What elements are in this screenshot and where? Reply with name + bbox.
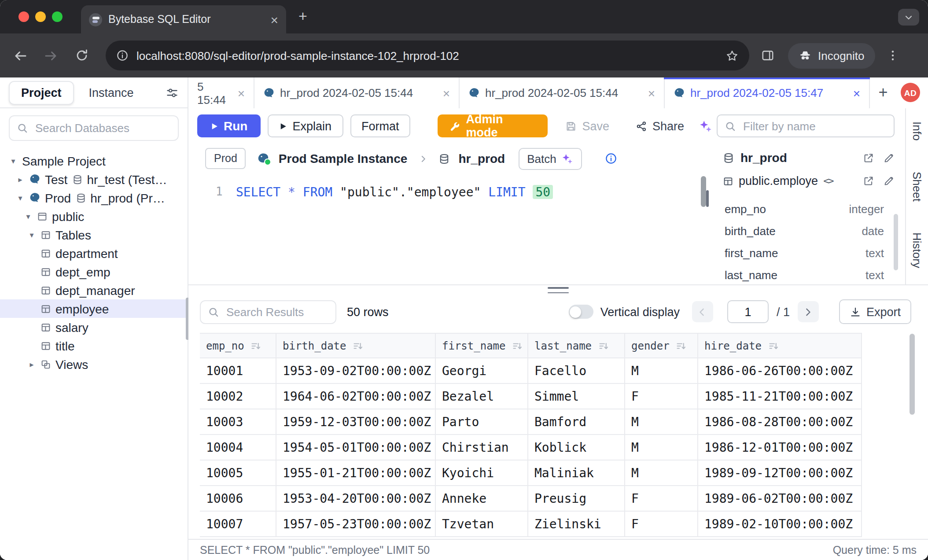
table-cell[interactable]: Zielinski: [528, 512, 625, 536]
table-cell[interactable]: 1989-09-12T00:00:00Z: [698, 461, 862, 485]
tree-item-table-title[interactable]: title: [0, 336, 188, 355]
tree-item-table-dept_manager[interactable]: dept_manager: [0, 281, 188, 299]
table-cell[interactable]: Bezalel: [436, 384, 528, 409]
results-scrollbar[interactable]: [910, 334, 915, 415]
ai-assistant-button[interactable]: [695, 114, 717, 137]
sort-icon[interactable]: [512, 340, 523, 351]
caret-down-icon[interactable]: ▾: [24, 212, 33, 221]
page-number-input[interactable]: [727, 300, 769, 323]
sql-code-line[interactable]: SELECT * FROM "public"."employee" LIMIT …: [236, 183, 553, 201]
macos-close-button[interactable]: [18, 11, 29, 22]
bookmark-star-icon[interactable]: [725, 49, 739, 62]
tree-item-views-group[interactable]: ▸ Views: [0, 355, 188, 373]
table-cell[interactable]: Bamford: [528, 409, 625, 434]
table-cell[interactable]: 1954-05-01T00:00:00Z: [276, 435, 436, 460]
table-cell[interactable]: 1953-04-20T00:00:00Z: [276, 486, 436, 511]
table-cell[interactable]: 10007: [200, 512, 276, 536]
vertical-display-toggle[interactable]: [569, 305, 593, 319]
table-cell[interactable]: Tzvetan: [436, 512, 528, 536]
run-button[interactable]: Run: [197, 114, 261, 137]
url-bar[interactable]: localhost:8080/sql-editor/prod-sample-in…: [106, 41, 749, 70]
table-cell[interactable]: Parto: [436, 409, 528, 434]
column-header-hire_date[interactable]: hire_date: [698, 334, 862, 357]
sort-icon[interactable]: [353, 340, 363, 351]
new-tab-button[interactable]: +: [294, 8, 312, 26]
sql-editor[interactable]: 1 SELECT * FROM "public"."employee" LIMI…: [188, 173, 708, 284]
table-cell[interactable]: 1953-09-02T00:00:00Z: [276, 358, 436, 383]
table-cell[interactable]: Maliniak: [528, 461, 625, 485]
table-cell[interactable]: 1986-12-01T00:00:00Z: [698, 435, 862, 460]
next-page-button[interactable]: [798, 301, 819, 322]
table-cell[interactable]: F: [625, 384, 698, 409]
code-icon[interactable]: <>: [823, 175, 833, 187]
edit-icon[interactable]: [883, 175, 895, 187]
caret-down-icon[interactable]: ▾: [27, 230, 36, 239]
filter-box[interactable]: [717, 114, 895, 137]
results-search-box[interactable]: [200, 300, 336, 324]
user-avatar[interactable]: AD: [901, 83, 920, 102]
close-icon[interactable]: ×: [853, 87, 860, 99]
column-header-emp_no[interactable]: emp_no: [200, 334, 276, 357]
environment-badge[interactable]: Prod: [205, 148, 246, 169]
info-icon[interactable]: [605, 152, 617, 165]
table-cell[interactable]: 10005: [200, 461, 276, 485]
panel-resize-handle[interactable]: [706, 190, 709, 207]
explain-button[interactable]: Explain: [268, 114, 343, 137]
database-name[interactable]: hr_prod: [458, 151, 505, 166]
table-cell[interactable]: 1986-06-26T00:00:00Z: [698, 358, 862, 383]
column-header-birth_date[interactable]: birth_date: [276, 334, 436, 357]
table-cell[interactable]: 1957-05-23T00:00:00Z: [276, 512, 436, 536]
table-cell[interactable]: Kyoichi: [436, 461, 528, 485]
tree-item-table-employee[interactable]: employee: [0, 299, 188, 318]
instance-name[interactable]: Prod Sample Instance: [279, 151, 408, 166]
batch-button[interactable]: Batch: [518, 147, 582, 169]
schema-column-row[interactable]: birth_date date: [715, 220, 905, 242]
table-cell[interactable]: 10002: [200, 384, 276, 409]
schema-column-row[interactable]: first_name text: [715, 242, 905, 264]
forward-button[interactable]: [40, 44, 63, 67]
sort-icon[interactable]: [598, 340, 608, 351]
tree-item-prod-database[interactable]: ▾ Prod hr_prod (Pr…: [0, 188, 188, 207]
close-icon[interactable]: ×: [648, 87, 655, 99]
database-search-input[interactable]: [33, 121, 171, 136]
rail-tab-info[interactable]: Info: [910, 122, 924, 140]
tree-item-test-database[interactable]: ▸ Test hr_test (Test…: [0, 170, 188, 188]
sidebar-settings-button[interactable]: [166, 86, 179, 99]
database-search-box[interactable]: [9, 115, 179, 141]
filter-input[interactable]: [741, 118, 887, 133]
caret-down-icon[interactable]: ▾: [9, 156, 18, 165]
close-icon[interactable]: ×: [443, 87, 450, 99]
table-cell[interactable]: 1986-08-28T00:00:00Z: [698, 409, 862, 434]
side-panel-button[interactable]: [761, 48, 775, 63]
url-text[interactable]: localhost:8080/sql-editor/prod-sample-in…: [136, 49, 718, 62]
tab-project[interactable]: Project: [9, 81, 74, 104]
share-button[interactable]: Share: [627, 114, 693, 137]
tab-instance[interactable]: Instance: [89, 86, 134, 99]
table-cell[interactable]: Anneke: [436, 486, 528, 511]
sort-icon[interactable]: [768, 340, 778, 351]
external-link-icon[interactable]: [863, 175, 874, 187]
macos-maximize-button[interactable]: [52, 11, 63, 22]
tab-search-button[interactable]: [898, 9, 919, 26]
tree-item-table-salary[interactable]: salary: [0, 318, 188, 336]
format-button[interactable]: Format: [350, 114, 411, 137]
schema-column-row[interactable]: last_name text: [715, 264, 905, 284]
table-cell[interactable]: F: [625, 486, 698, 511]
browser-tab[interactable]: Bytebase SQL Editor ×: [81, 5, 286, 33]
tree-item-table-department[interactable]: department: [0, 244, 188, 262]
worksheet-tab-1[interactable]: hr_prod 2024-02-05 15:44 ×: [254, 77, 460, 108]
table-cell[interactable]: 1959-12-03T00:00:00Z: [276, 409, 436, 434]
site-info-icon[interactable]: [116, 49, 129, 62]
table-cell[interactable]: Chirstian: [436, 435, 528, 460]
table-cell[interactable]: Simmel: [528, 384, 625, 409]
table-cell[interactable]: 10006: [200, 486, 276, 511]
external-link-icon[interactable]: [863, 152, 874, 163]
tree-item-schema-public[interactable]: ▾ public: [0, 207, 188, 225]
sort-icon[interactable]: [676, 340, 686, 351]
prev-page-button[interactable]: [692, 301, 713, 322]
schema-panel-scrollbar[interactable]: [894, 214, 898, 270]
table-cell[interactable]: M: [625, 358, 698, 383]
tree-item-project[interactable]: ▾ Sample Project: [0, 151, 188, 170]
table-cell[interactable]: 1989-02-10T00:00:00Z: [698, 512, 862, 536]
editor-scrollbar[interactable]: [701, 176, 706, 207]
